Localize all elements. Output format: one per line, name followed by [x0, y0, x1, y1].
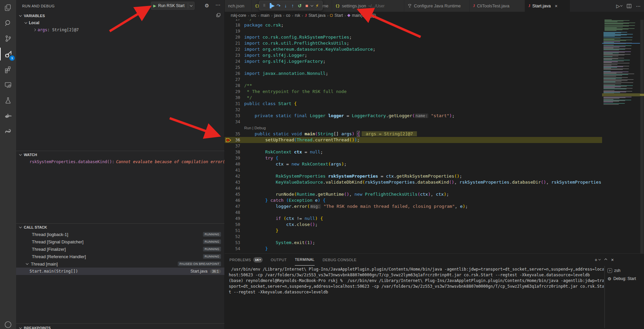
gradle-icon[interactable] [0, 124, 16, 139]
breakpoint-margin[interactable] [225, 131, 233, 137]
tab-clitoolstest-java[interactable]: JCliToolsTest.java [470, 0, 525, 12]
account-icon[interactable] [0, 317, 16, 329]
close-panel-icon[interactable]: × [611, 257, 614, 263]
continue-icon[interactable]: ▐▶ [268, 2, 275, 10]
breakpoint-margin[interactable] [225, 137, 233, 143]
breakpoint-margin[interactable] [225, 52, 233, 58]
breakpoint-margin[interactable] [225, 197, 233, 203]
breakpoint-margin[interactable] [225, 216, 233, 222]
maximize-panel-icon[interactable] [605, 259, 607, 261]
more-actions-icon[interactable]: ⋯ [215, 2, 220, 8]
chevron-down-icon[interactable] [190, 4, 193, 6]
breakpoint-margin[interactable] [225, 101, 233, 107]
breadcrumb-file[interactable]: Start.java [309, 13, 326, 18]
restart-icon[interactable]: ↺ [296, 2, 303, 10]
close-icon[interactable]: × [555, 3, 557, 9]
breakpoint-margin[interactable] [225, 203, 233, 209]
source-control-icon[interactable] [0, 31, 16, 46]
code-editor[interactable]: 17 */18package co.rsk;1920import co.rsk.… [225, 19, 602, 253]
breadcrumb-segment[interactable]: rskj-core [231, 13, 246, 18]
breakpoint-margin[interactable] [225, 58, 233, 64]
watch-header[interactable]: WATCH [16, 151, 224, 158]
run-file-button[interactable]: ▷ [616, 3, 622, 9]
new-terminal-icon[interactable]: + [595, 257, 600, 263]
breakpoint-margin[interactable] [225, 70, 233, 77]
breakpoint-margin[interactable] [225, 155, 233, 161]
step-into-icon[interactable]: ↓ [282, 2, 289, 10]
variables-header[interactable]: VARIABLES [16, 12, 224, 19]
search-icon[interactable] [0, 15, 16, 31]
terminal-output[interactable]: /usr/bin/env /Library/Internet\ Plug-Ins… [229, 267, 604, 327]
step-over-icon[interactable]: ↷ [275, 2, 282, 10]
variable-args[interactable]: args: String[2]@7 [16, 26, 224, 33]
breakpoint-margin[interactable] [225, 228, 233, 234]
breakpoint-margin[interactable] [225, 40, 233, 46]
variables-scope-local[interactable]: Local [16, 19, 224, 26]
call-stack-thread[interactable]: Thread [Finalizer]RUNNING [16, 245, 224, 253]
breakpoint-margin[interactable] [225, 222, 233, 228]
breakpoint-margin[interactable] [225, 113, 233, 119]
breakpoint-margin[interactable] [225, 143, 233, 149]
panel-tab-problems[interactable]: PROBLEMS1K+ [229, 254, 263, 266]
testing-icon[interactable] [0, 93, 16, 108]
breadcrumb-segment[interactable]: main [261, 13, 269, 18]
run-and-debug-icon[interactable]: 1 [0, 46, 16, 62]
scrollbar-slider[interactable] [640, 20, 644, 255]
call-stack-thread[interactable]: Thread [Signal Dispatcher]RUNNING [16, 238, 224, 245]
watch-expression[interactable]: rskSystemProperties.databaseKind(): Cann… [16, 158, 224, 165]
breadcrumb-method[interactable]: main(String[]) [352, 13, 376, 18]
breakpoint-margin[interactable] [225, 234, 233, 240]
call-stack-header[interactable]: CALL STACK [16, 224, 224, 231]
breakpoint-margin[interactable] [225, 83, 233, 89]
breakpoint-margin[interactable] [225, 246, 233, 252]
breakpoint-margin[interactable] [225, 34, 233, 40]
breakpoint-margin[interactable] [225, 64, 233, 70]
breakpoint-margin[interactable] [225, 185, 233, 191]
tab-configure-java-runtime[interactable]: Configure Java Runtime [404, 0, 470, 12]
terminal-list-item-zsh[interactable]: >zsh [605, 267, 644, 275]
breakpoint-margin[interactable] [225, 191, 233, 197]
tab-start-java[interactable]: JStart.java× [525, 0, 570, 12]
tab-settings-json[interactable]: {}settings.json~/.../User [332, 0, 404, 12]
breakpoint-margin[interactable] [225, 95, 233, 101]
split-editor-icon[interactable] [627, 4, 631, 8]
stop-icon[interactable]: ■ [303, 2, 310, 10]
breadcrumb-segment[interactable]: rsk [295, 13, 300, 18]
terminal-list-item-debug-start[interactable]: ⚙Debug: Start [605, 275, 644, 283]
overview-ruler[interactable] [640, 12, 644, 253]
breakpoints-header[interactable]: BREAKPOINTS [16, 324, 224, 329]
drag-handle-icon[interactable]: ⠿ [261, 2, 268, 10]
breakpoint-margin[interactable] [225, 28, 233, 34]
current-breakpoint-icon[interactable] [226, 138, 231, 142]
more-editor-actions-icon[interactable]: ⋯ [636, 3, 641, 9]
panel-tab-terminal[interactable]: TERMINAL [295, 254, 315, 266]
breakpoint-margin[interactable] [225, 173, 233, 179]
breadcrumb-segment[interactable]: src [251, 13, 256, 18]
breakpoint-margin[interactable] [225, 22, 233, 28]
stop-menu-chevron-icon[interactable] [310, 2, 314, 10]
docker-icon[interactable] [0, 108, 16, 124]
breakpoint-margin[interactable] [225, 209, 233, 216]
breakpoint-margin[interactable] [225, 167, 233, 173]
breakpoint-margin[interactable] [225, 89, 233, 95]
hot-code-replace-icon[interactable]: ⚡ [314, 2, 321, 10]
call-stack-frame[interactable]: Start.main(String[])Start.java36:1 [16, 268, 224, 275]
breakpoint-margin[interactable] [225, 119, 233, 125]
codelens-run-debug[interactable]: Run | Debug [225, 125, 602, 131]
breakpoint-margin[interactable] [225, 46, 233, 52]
panel-tab-output[interactable]: OUTPUT [271, 254, 287, 266]
breakpoint-margin[interactable] [225, 107, 233, 113]
tab-nch-json[interactable]: nch.json [225, 0, 252, 12]
breakpoint-margin[interactable] [225, 179, 233, 185]
extensions-icon[interactable] [0, 62, 16, 77]
breakpoint-margin[interactable] [225, 77, 233, 83]
breakpoint-margin[interactable] [225, 149, 233, 155]
call-stack-thread[interactable]: Thread [Reference Handler]RUNNING [16, 253, 224, 260]
breadcrumb-class[interactable]: Start [334, 13, 343, 18]
call-stack-thread[interactable]: Thread [main]PAUSED ON BREAKPOINT [16, 260, 224, 268]
explorer-icon[interactable] [0, 0, 16, 15]
minimap[interactable] [602, 12, 640, 253]
breakpoint-margin[interactable] [225, 161, 233, 167]
call-stack-thread[interactable]: Thread [logback-1]RUNNING [16, 231, 224, 238]
run-config-button[interactable]: ▶ Run RSK Start [151, 2, 195, 10]
